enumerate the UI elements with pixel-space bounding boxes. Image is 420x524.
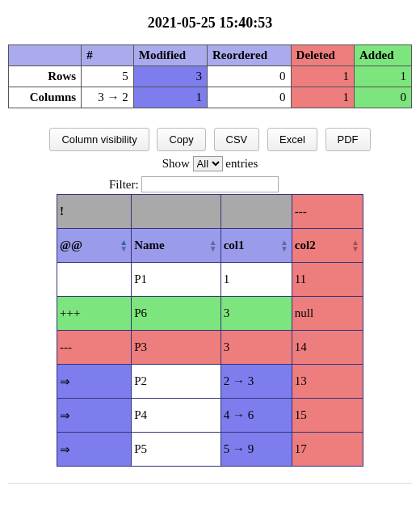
diff-group-3: --- <box>292 195 363 229</box>
sort-icon: ▲▼ <box>120 239 128 252</box>
sort-icon: ▲▼ <box>351 239 359 252</box>
summary-rowlabel-columns: Columns <box>9 87 82 108</box>
table-row: ---P3314 <box>57 331 363 365</box>
summary-header-added: Added <box>354 45 411 66</box>
summary-row-rows: Rows 5 3 0 1 1 <box>9 66 412 87</box>
diff-cell: 14 <box>292 331 363 365</box>
diff-col-col1-label: col1 <box>224 239 245 251</box>
summary-header-modified: Modified <box>133 45 207 66</box>
diff-col-name-label: Name <box>134 239 165 251</box>
summary-table: # Modified Reordered Deleted Added Rows … <box>8 44 412 108</box>
diff-cell-op: ⇒ <box>57 399 132 433</box>
filter-label: Filter: <box>109 178 139 191</box>
diff-cell: 11 <box>292 263 363 297</box>
diff-group-row: ! --- <box>57 195 363 229</box>
diff-group-op: ! <box>57 195 132 229</box>
summary-cols-count: 3 → 2 <box>82 87 134 108</box>
diff-columns-row: @@ ▲▼ Name ▲▼ col1 ▲▼ col2 ▲▼ <box>57 229 363 263</box>
table-row: ⇒P22 → 313 <box>57 365 363 399</box>
table-row: ⇒P55 → 917 <box>57 433 363 467</box>
summary-header-blank <box>9 45 82 66</box>
summary-rows-reordered: 0 <box>207 66 291 87</box>
diff-col-name[interactable]: Name ▲▼ <box>132 229 221 263</box>
page-title: 2021-05-25 15:40:53 <box>8 15 412 32</box>
diff-group-1 <box>132 195 221 229</box>
diff-cell-op: --- <box>57 331 132 365</box>
diff-cell-op <box>57 263 132 297</box>
diff-col-col2-label: col2 <box>295 239 316 251</box>
diff-cell: 15 <box>292 399 363 433</box>
summary-cols-deleted: 1 <box>291 87 354 108</box>
diff-cell: P3 <box>132 331 221 365</box>
colvis-button[interactable]: Column visibility <box>49 128 149 151</box>
diff-cell: 5 → 9 <box>220 433 292 467</box>
summary-cols-modified: 1 <box>133 87 207 108</box>
sort-icon: ▲▼ <box>280 239 288 252</box>
diff-cell: P5 <box>132 433 221 467</box>
diff-cell-op: +++ <box>57 297 132 331</box>
diff-cell: P6 <box>132 297 221 331</box>
diff-cell: 13 <box>292 365 363 399</box>
toolbar: Column visibility Copy CSV Excel PDF <box>8 128 412 151</box>
diff-cell: P4 <box>132 399 221 433</box>
length-select[interactable]: All <box>193 156 223 171</box>
diff-cell: P1 <box>132 263 221 297</box>
diff-cell: 3 <box>220 297 292 331</box>
length-prefix: Show <box>162 157 190 170</box>
diff-table: ! --- @@ ▲▼ Name ▲▼ col1 ▲▼ col2 ▲▼ P <box>57 194 363 467</box>
table-row: +++P63null <box>57 297 363 331</box>
diff-cell: 17 <box>292 433 363 467</box>
summary-rows-deleted: 1 <box>291 66 354 87</box>
summary-rows-modified: 3 <box>133 66 207 87</box>
summary-row-columns: Columns 3 → 2 1 0 1 0 <box>9 87 412 108</box>
filter-control: Filter: <box>109 176 412 192</box>
sort-icon: ▲▼ <box>209 239 217 252</box>
diff-cell-op: ⇒ <box>57 433 132 467</box>
copy-button[interactable]: Copy <box>157 128 205 151</box>
diff-cell: P2 <box>132 365 221 399</box>
table-row: ⇒P44 → 615 <box>57 399 363 433</box>
length-suffix: entries <box>225 157 258 170</box>
footer-divider <box>8 483 412 484</box>
summary-rows-added: 1 <box>354 66 411 87</box>
summary-header-deleted: Deleted <box>291 45 354 66</box>
diff-cell: null <box>292 297 363 331</box>
filter-input[interactable] <box>141 176 279 192</box>
diff-cell-op: ⇒ <box>57 365 132 399</box>
length-control: Show All entries <box>8 156 412 171</box>
diff-col-op[interactable]: @@ ▲▼ <box>57 229 132 263</box>
diff-col-col2[interactable]: col2 ▲▼ <box>292 229 363 263</box>
excel-button[interactable]: Excel <box>267 128 317 151</box>
diff-col-col1[interactable]: col1 ▲▼ <box>220 229 292 263</box>
diff-cell: 1 <box>220 263 292 297</box>
diff-group-2 <box>220 195 292 229</box>
pdf-button[interactable]: PDF <box>326 128 371 151</box>
summary-rowlabel-rows: Rows <box>9 66 82 87</box>
table-row: P1111 <box>57 263 363 297</box>
diff-cell: 4 → 6 <box>220 399 292 433</box>
diff-cell: 2 → 3 <box>220 365 292 399</box>
diff-col-op-label: @@ <box>60 239 82 251</box>
summary-cols-added: 0 <box>354 87 411 108</box>
summary-cols-reordered: 0 <box>207 87 291 108</box>
summary-header-count: # <box>82 45 134 66</box>
summary-rows-count: 5 <box>82 66 134 87</box>
diff-cell: 3 <box>220 331 292 365</box>
summary-header-reordered: Reordered <box>207 45 291 66</box>
csv-button[interactable]: CSV <box>214 128 260 151</box>
